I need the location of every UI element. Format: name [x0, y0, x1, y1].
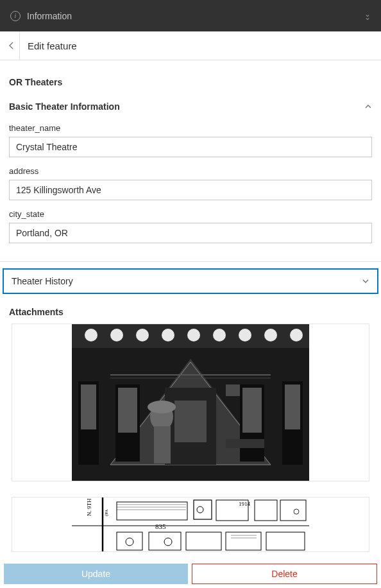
form-content: OR Theaters Basic Theater Information th… — [0, 60, 381, 561]
panel-title: Information — [27, 11, 72, 21]
group-header-basic[interactable]: Basic Theater Information — [0, 90, 381, 114]
field-label-address: address — [9, 166, 372, 176]
footer-actions: Update Delete — [4, 564, 377, 587]
back-button[interactable] — [5, 31, 18, 60]
svg-rect-16 — [242, 388, 262, 433]
svg-point-8 — [239, 329, 251, 342]
svg-point-9 — [264, 329, 277, 342]
city-state-input[interactable] — [9, 223, 372, 243]
svg-point-4 — [136, 329, 149, 342]
svg-text:N. 9TH AV.: N. 9TH AV. — [86, 497, 92, 516]
attachment-image-icon — [72, 324, 309, 481]
theater-history-title: Theater History — [12, 276, 73, 286]
svg-text:(PA: (PA — [104, 509, 109, 516]
svg-point-2 — [85, 329, 97, 342]
svg-rect-20 — [81, 385, 96, 429]
theater-name-input[interactable] — [9, 137, 372, 157]
attachments-label: Attachments — [0, 300, 381, 324]
field-label-theater-name: theater_name — [9, 123, 372, 133]
information-panel-header: i Information ⌄⌄ — [0, 0, 381, 31]
info-icon: i — [10, 11, 21, 21]
chevron-down-icon — [362, 277, 369, 285]
svg-rect-24 — [154, 426, 171, 463]
attachment-thumbnail[interactable]: 835 1914 N. 9TH AV. (PA — [12, 497, 369, 552]
svg-rect-26 — [226, 385, 240, 396]
layer-name: OR Theaters — [0, 60, 381, 90]
svg-rect-30 — [72, 497, 309, 552]
attachment-thumbnail[interactable] — [12, 324, 369, 481]
svg-point-25 — [148, 401, 176, 413]
svg-point-3 — [110, 329, 123, 342]
svg-rect-27 — [226, 439, 264, 448]
svg-point-6 — [187, 329, 200, 342]
theater-history-section[interactable]: Theater History — [3, 268, 378, 294]
svg-point-10 — [290, 329, 303, 342]
svg-rect-22 — [174, 401, 207, 442]
header-title: Edit feature — [24, 40, 77, 51]
svg-point-7 — [213, 329, 226, 342]
section-divider — [0, 261, 381, 262]
svg-point-5 — [162, 329, 174, 342]
attachment-image-icon: 835 1914 N. 9TH AV. (PA — [72, 497, 309, 552]
svg-rect-18 — [285, 385, 300, 429]
field-label-city-state: city_state — [9, 209, 372, 219]
svg-text:1914: 1914 — [239, 501, 251, 507]
svg-text:835: 835 — [155, 523, 166, 530]
delete-button[interactable]: Delete — [192, 564, 377, 584]
edit-header: Edit feature — [0, 31, 381, 60]
update-button[interactable]: Update — [4, 564, 188, 584]
svg-rect-14 — [118, 388, 137, 433]
collapse-icon[interactable]: ⌄⌄ — [364, 13, 371, 19]
group-title: Basic Theater Information — [9, 101, 120, 112]
chevron-up-icon — [364, 102, 372, 111]
address-input[interactable] — [9, 180, 372, 200]
